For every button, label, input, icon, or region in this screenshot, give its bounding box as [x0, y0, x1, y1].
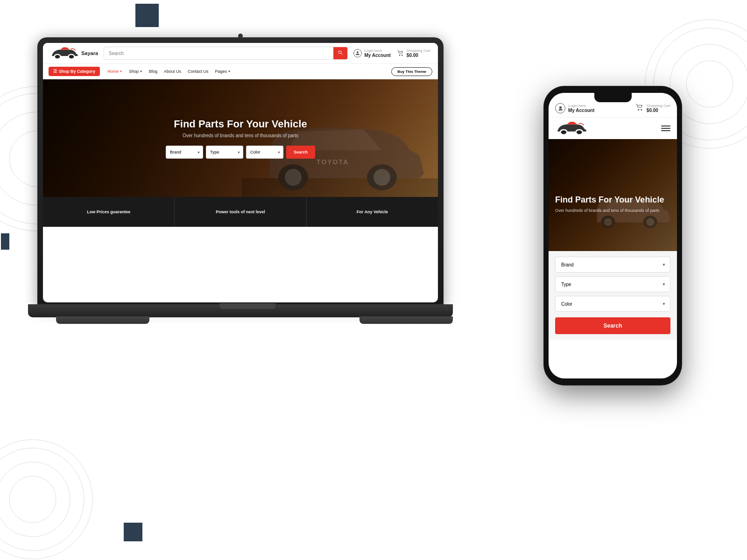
account-icon — [353, 49, 362, 57]
phone-device: Login here My Account Shopping Cart $0.0… — [544, 86, 682, 385]
phone-hero: Find Parts For Your Vehicle Over hundred… — [549, 139, 677, 251]
account-info: Login here My Account — [365, 49, 391, 58]
svg-point-35 — [646, 218, 654, 226]
phone-cart-info: Shopping Cart $0.00 — [647, 104, 670, 113]
phone-screen: Login here My Account Shopping Cart $0.0… — [549, 93, 677, 378]
site-topbar: Sayara — [43, 43, 438, 64]
hamburger-line-3 — [661, 130, 670, 131]
nav-pages[interactable]: Pages ▼ — [215, 69, 231, 74]
phone-hamburger-menu[interactable] — [661, 126, 670, 131]
phone-brand-select[interactable]: Brand — [555, 257, 670, 273]
hero-subtitle: Over hundreds of brands and tens of thou… — [166, 133, 315, 138]
svg-point-27 — [638, 109, 639, 111]
search-input[interactable] — [104, 51, 333, 56]
account-section: Login here My Account — [353, 49, 391, 58]
phone-account-info: Login here My Account — [568, 104, 594, 113]
search-submit-button[interactable] — [333, 47, 347, 59]
color-select[interactable]: Color — [246, 146, 283, 159]
nav-links: Home ▼ Shop ▼ Blog — [107, 69, 384, 74]
account-name: My Account — [365, 53, 391, 58]
svg-point-33 — [604, 218, 612, 226]
laptop-foot-left — [56, 316, 149, 324]
shop-dropdown-icon: ▼ — [140, 70, 142, 73]
phone-hero-text: Find Parts For Your Vehicle Over hundred… — [555, 195, 670, 214]
laptop-foot-right — [359, 316, 453, 324]
feature-any-vehicle-label: For Any Vehicle — [357, 210, 388, 214]
feature-low-prices: Low Prices guarantee — [43, 197, 175, 227]
phone-account-icon — [555, 103, 565, 113]
svg-point-26 — [559, 106, 561, 108]
phone-cart-label: Shopping Cart — [647, 104, 670, 108]
hero-search-button[interactable]: Search — [286, 146, 315, 159]
phone-search-button[interactable]: Search — [555, 317, 670, 334]
brand-select-wrap: Brand — [166, 146, 203, 159]
phone-account: Login here My Account — [555, 103, 594, 113]
site-logo: Sayara — [50, 47, 98, 60]
nav-pages-label: Pages — [215, 69, 227, 74]
buy-theme-button[interactable]: Buy This Theme — [391, 67, 432, 76]
cart-section: Shopping Cart $0.00 — [396, 49, 430, 58]
nav-contact[interactable]: Contact Us — [188, 69, 209, 74]
category-button[interactable]: ☰ Shop By Category — [49, 67, 100, 76]
brand-select[interactable]: Brand — [166, 146, 203, 159]
svg-point-14 — [338, 51, 341, 54]
logo-car-icon — [50, 47, 78, 60]
nav-about[interactable]: About Us — [164, 69, 181, 74]
type-select[interactable]: Type — [206, 146, 243, 159]
svg-point-30 — [577, 130, 582, 134]
phone-cart-icon — [635, 103, 644, 113]
phone-outer: Login here My Account Shopping Cart $0.0… — [544, 86, 682, 385]
phone-cart: Shopping Cart $0.00 — [635, 103, 670, 113]
account-login-hint: Login here — [365, 49, 391, 53]
website-content: Sayara — [43, 43, 438, 302]
search-bar[interactable] — [104, 47, 347, 60]
cart-amount: $0.00 — [407, 53, 430, 58]
nav-shop-label: Shop — [129, 69, 139, 74]
svg-line-15 — [341, 54, 342, 55]
cart-info: Shopping Cart $0.00 — [407, 49, 430, 58]
svg-point-13 — [69, 55, 74, 59]
phone-brand-select-wrap: Brand — [555, 257, 670, 273]
laptop-camera — [238, 34, 243, 38]
hero-section: TOYOTA Find Parts For Your Vehicle Over … — [43, 79, 438, 197]
phone-type-select[interactable]: Type — [555, 276, 670, 292]
cart-icon — [396, 49, 405, 57]
laptop-screen-bezel: Sayara — [43, 43, 438, 302]
category-button-label: Shop By Category — [59, 69, 95, 74]
svg-point-28 — [641, 109, 642, 111]
phone-cart-amount: $0.00 — [647, 108, 670, 113]
svg-point-16 — [357, 51, 359, 53]
phone-color-select[interactable]: Color — [555, 296, 670, 312]
phone-hero-title: Find Parts For Your Vehicle — [555, 195, 670, 205]
hero-title: Find Parts For Your Vehicle — [166, 118, 315, 130]
nav-contact-label: Contact Us — [188, 69, 209, 74]
nav-blog[interactable]: Blog — [149, 69, 157, 74]
nav-shop[interactable]: Shop ▼ — [129, 69, 142, 74]
hamburger-line-2 — [661, 128, 670, 129]
features-strip: Low Prices guarantee Power tools of next… — [43, 197, 438, 227]
svg-point-29 — [561, 130, 567, 134]
nav-home-label: Home — [107, 69, 119, 74]
color-select-wrap: Color — [246, 146, 283, 159]
nav-about-label: About Us — [164, 69, 181, 74]
feature-power-tools-label: Power tools of next level — [216, 210, 265, 214]
laptop-device: Sayara — [37, 37, 458, 467]
laptop-screen-shell: Sayara — [37, 37, 444, 308]
nav-home[interactable]: Home ▼ — [107, 69, 122, 74]
pages-dropdown-icon: ▼ — [228, 70, 231, 73]
hamburger-icon: ☰ — [53, 69, 57, 74]
hero-search-row: Brand Type — [166, 146, 315, 159]
laptop-hinge — [219, 303, 275, 309]
phone-account-name: My Account — [568, 108, 594, 113]
home-dropdown-icon: ▼ — [120, 70, 122, 73]
nav-blog-label: Blog — [149, 69, 157, 74]
phone-filters: Brand Type Color Search — [549, 251, 677, 340]
feature-any-vehicle: For Any Vehicle — [307, 197, 438, 227]
feature-low-prices-label: Low Prices guarantee — [87, 210, 130, 214]
phone-login-hint: Login here — [568, 104, 594, 108]
svg-point-17 — [399, 55, 401, 56]
scene: Sayara — [0, 0, 747, 560]
type-select-wrap: Type — [206, 146, 243, 159]
laptop-body: Sayara — [37, 37, 458, 467]
hero-text: Find Parts For Your Vehicle Over hundred… — [166, 118, 315, 159]
